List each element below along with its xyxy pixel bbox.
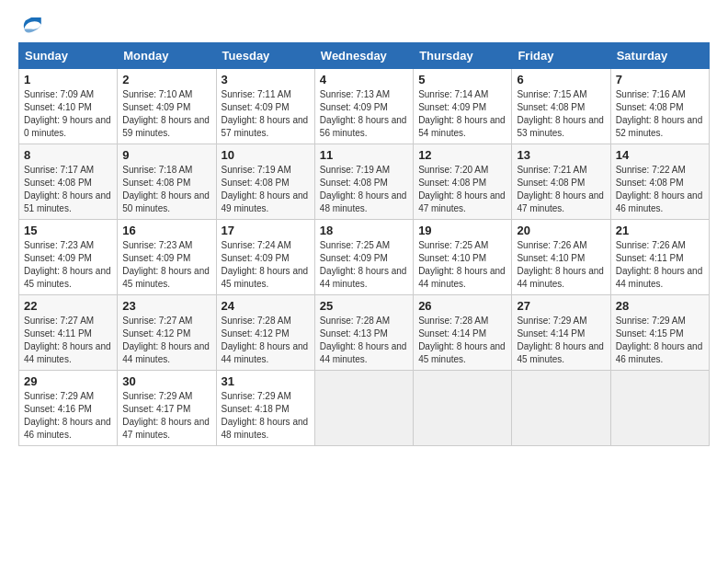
day-info: Sunrise: 7:15 AM Sunset: 4:08 PM Dayligh…	[517, 89, 604, 138]
day-info: Sunrise: 7:09 AM Sunset: 4:10 PM Dayligh…	[24, 89, 111, 138]
calendar-cell: 30 Sunrise: 7:29 AM Sunset: 4:17 PM Dayl…	[118, 371, 216, 446]
calendar-cell: 24 Sunrise: 7:28 AM Sunset: 4:12 PM Dayl…	[216, 295, 314, 371]
day-number: 12	[418, 148, 506, 162]
weekday-header: Thursday	[414, 43, 512, 69]
day-number: 1	[24, 73, 112, 86]
calendar-cell: 16 Sunrise: 7:23 AM Sunset: 4:09 PM Dayl…	[118, 220, 216, 295]
day-number: 16	[122, 224, 210, 237]
day-info: Sunrise: 7:24 AM Sunset: 4:09 PM Dayligh…	[222, 240, 309, 289]
calendar-cell	[314, 371, 413, 446]
calendar-cell: 6 Sunrise: 7:15 AM Sunset: 4:08 PM Dayli…	[512, 69, 610, 144]
day-info: Sunrise: 7:28 AM Sunset: 4:13 PM Dayligh…	[320, 316, 407, 364]
calendar-body: 1 Sunrise: 7:09 AM Sunset: 4:10 PM Dayli…	[19, 69, 710, 446]
calendar-cell	[610, 371, 709, 446]
day-info: Sunrise: 7:22 AM Sunset: 4:08 PM Dayligh…	[616, 165, 703, 213]
day-number: 3	[222, 73, 310, 86]
day-number: 30	[122, 374, 210, 388]
day-number: 5	[418, 73, 506, 86]
day-number: 9	[122, 148, 210, 162]
weekday-header: Tuesday	[216, 43, 314, 69]
day-info: Sunrise: 7:29 AM Sunset: 4:14 PM Dayligh…	[517, 316, 604, 364]
day-info: Sunrise: 7:29 AM Sunset: 4:16 PM Dayligh…	[24, 391, 111, 440]
day-number: 22	[24, 299, 112, 313]
day-number: 17	[222, 224, 310, 237]
calendar-cell: 10 Sunrise: 7:19 AM Sunset: 4:08 PM Dayl…	[216, 144, 314, 220]
day-info: Sunrise: 7:23 AM Sunset: 4:09 PM Dayligh…	[24, 240, 111, 289]
day-info: Sunrise: 7:13 AM Sunset: 4:09 PM Dayligh…	[320, 89, 407, 138]
day-info: Sunrise: 7:28 AM Sunset: 4:12 PM Dayligh…	[222, 316, 309, 364]
calendar-cell	[414, 371, 512, 446]
calendar-cell: 1 Sunrise: 7:09 AM Sunset: 4:10 PM Dayli…	[19, 69, 118, 144]
day-number: 20	[517, 224, 605, 237]
day-info: Sunrise: 7:23 AM Sunset: 4:09 PM Dayligh…	[122, 240, 210, 289]
calendar-cell: 15 Sunrise: 7:23 AM Sunset: 4:09 PM Dayl…	[19, 220, 118, 295]
day-info: Sunrise: 7:26 AM Sunset: 4:11 PM Dayligh…	[616, 240, 703, 289]
logo	[18, 15, 48, 33]
day-number: 31	[222, 374, 310, 388]
day-number: 27	[517, 299, 605, 313]
day-info: Sunrise: 7:21 AM Sunset: 4:08 PM Dayligh…	[517, 165, 604, 213]
calendar-cell: 28 Sunrise: 7:29 AM Sunset: 4:15 PM Dayl…	[610, 295, 709, 371]
calendar-cell: 14 Sunrise: 7:22 AM Sunset: 4:08 PM Dayl…	[610, 144, 709, 220]
calendar-cell	[512, 371, 610, 446]
day-number: 28	[616, 299, 704, 313]
day-info: Sunrise: 7:29 AM Sunset: 4:18 PM Dayligh…	[222, 391, 309, 440]
day-number: 11	[320, 148, 408, 162]
day-number: 21	[616, 224, 704, 237]
day-number: 18	[320, 224, 408, 237]
day-number: 23	[122, 299, 210, 313]
day-info: Sunrise: 7:29 AM Sunset: 4:15 PM Dayligh…	[616, 316, 703, 364]
weekday-header: Friday	[512, 43, 610, 69]
weekday-header: Sunday	[19, 43, 118, 69]
day-info: Sunrise: 7:18 AM Sunset: 4:08 PM Dayligh…	[122, 165, 210, 213]
day-info: Sunrise: 7:25 AM Sunset: 4:10 PM Dayligh…	[418, 240, 506, 289]
day-info: Sunrise: 7:25 AM Sunset: 4:09 PM Dayligh…	[320, 240, 407, 289]
day-info: Sunrise: 7:14 AM Sunset: 4:09 PM Dayligh…	[418, 89, 506, 138]
calendar-table: SundayMondayTuesdayWednesdayThursdayFrid…	[18, 42, 710, 446]
calendar-cell: 3 Sunrise: 7:11 AM Sunset: 4:09 PM Dayli…	[216, 69, 314, 144]
calendar-cell: 19 Sunrise: 7:25 AM Sunset: 4:10 PM Dayl…	[414, 220, 512, 295]
calendar-cell: 21 Sunrise: 7:26 AM Sunset: 4:11 PM Dayl…	[610, 220, 709, 295]
day-number: 6	[517, 73, 605, 86]
weekday-header: Wednesday	[314, 43, 413, 69]
day-number: 10	[222, 148, 310, 162]
day-info: Sunrise: 7:19 AM Sunset: 4:08 PM Dayligh…	[222, 165, 309, 213]
day-info: Sunrise: 7:26 AM Sunset: 4:10 PM Dayligh…	[517, 240, 604, 289]
calendar-cell: 11 Sunrise: 7:19 AM Sunset: 4:08 PM Dayl…	[314, 144, 413, 220]
day-number: 26	[418, 299, 506, 313]
calendar-cell: 26 Sunrise: 7:28 AM Sunset: 4:14 PM Dayl…	[414, 295, 512, 371]
day-number: 25	[320, 299, 408, 313]
day-number: 13	[517, 148, 605, 162]
day-info: Sunrise: 7:11 AM Sunset: 4:09 PM Dayligh…	[222, 89, 309, 138]
page-header	[18, 15, 710, 33]
calendar-cell: 29 Sunrise: 7:29 AM Sunset: 4:16 PM Dayl…	[19, 371, 118, 446]
weekday-header: Saturday	[610, 43, 709, 69]
calendar-cell: 9 Sunrise: 7:18 AM Sunset: 4:08 PM Dayli…	[118, 144, 216, 220]
day-info: Sunrise: 7:27 AM Sunset: 4:12 PM Dayligh…	[122, 316, 210, 364]
calendar-cell: 2 Sunrise: 7:10 AM Sunset: 4:09 PM Dayli…	[118, 69, 216, 144]
calendar-cell: 4 Sunrise: 7:13 AM Sunset: 4:09 PM Dayli…	[314, 69, 413, 144]
calendar-cell: 13 Sunrise: 7:21 AM Sunset: 4:08 PM Dayl…	[512, 144, 610, 220]
calendar-cell: 17 Sunrise: 7:24 AM Sunset: 4:09 PM Dayl…	[216, 220, 314, 295]
calendar-header: SundayMondayTuesdayWednesdayThursdayFrid…	[19, 43, 710, 69]
day-info: Sunrise: 7:29 AM Sunset: 4:17 PM Dayligh…	[122, 391, 210, 440]
calendar-cell: 20 Sunrise: 7:26 AM Sunset: 4:10 PM Dayl…	[512, 220, 610, 295]
day-info: Sunrise: 7:10 AM Sunset: 4:09 PM Dayligh…	[122, 89, 210, 138]
day-number: 15	[24, 224, 112, 237]
calendar-cell: 25 Sunrise: 7:28 AM Sunset: 4:13 PM Dayl…	[314, 295, 413, 371]
day-number: 29	[24, 374, 112, 388]
calendar-cell: 23 Sunrise: 7:27 AM Sunset: 4:12 PM Dayl…	[118, 295, 216, 371]
calendar-cell: 27 Sunrise: 7:29 AM Sunset: 4:14 PM Dayl…	[512, 295, 610, 371]
calendar-cell: 5 Sunrise: 7:14 AM Sunset: 4:09 PM Dayli…	[414, 69, 512, 144]
day-number: 2	[122, 73, 210, 86]
day-info: Sunrise: 7:19 AM Sunset: 4:08 PM Dayligh…	[320, 165, 407, 213]
day-info: Sunrise: 7:28 AM Sunset: 4:14 PM Dayligh…	[418, 316, 506, 364]
logo-icon	[18, 15, 44, 33]
day-info: Sunrise: 7:16 AM Sunset: 4:08 PM Dayligh…	[616, 89, 703, 138]
day-info: Sunrise: 7:20 AM Sunset: 4:08 PM Dayligh…	[418, 165, 506, 213]
day-info: Sunrise: 7:17 AM Sunset: 4:08 PM Dayligh…	[24, 165, 111, 213]
calendar-cell: 31 Sunrise: 7:29 AM Sunset: 4:18 PM Dayl…	[216, 371, 314, 446]
day-info: Sunrise: 7:27 AM Sunset: 4:11 PM Dayligh…	[24, 316, 111, 364]
day-number: 14	[616, 148, 704, 162]
day-number: 8	[24, 148, 112, 162]
